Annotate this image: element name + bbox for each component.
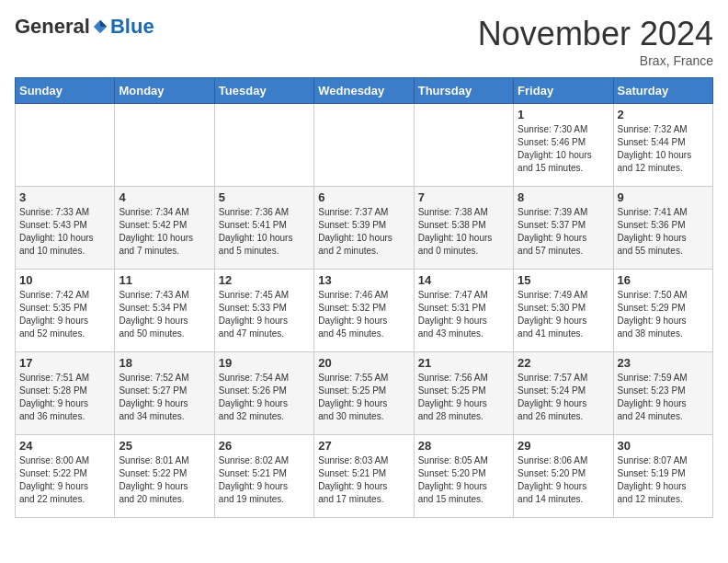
day-number: 16 <box>618 273 709 287</box>
svg-marker-1 <box>100 20 107 27</box>
day-number: 17 <box>19 356 110 370</box>
calendar-cell: 1Sunrise: 7:30 AM Sunset: 5:46 PM Daylig… <box>514 104 613 187</box>
day-info: Sunrise: 7:55 AM Sunset: 5:25 PM Dayligh… <box>318 372 409 423</box>
day-number: 2 <box>618 108 709 121</box>
day-number: 7 <box>418 190 509 204</box>
title-section: November 2024 Brax, France <box>478 15 713 68</box>
day-info: Sunrise: 7:37 AM Sunset: 5:39 PM Dayligh… <box>318 206 409 258</box>
day-info: Sunrise: 8:05 AM Sunset: 5:20 PM Dayligh… <box>418 454 509 506</box>
week-row-0: 1Sunrise: 7:30 AM Sunset: 5:46 PM Daylig… <box>16 104 713 187</box>
logo: General Blue <box>15 15 154 39</box>
day-info: Sunrise: 7:54 AM Sunset: 5:26 PM Dayligh… <box>219 372 310 423</box>
day-info: Sunrise: 7:57 AM Sunset: 5:24 PM Dayligh… <box>518 372 609 423</box>
calendar-cell <box>414 104 513 187</box>
day-number: 19 <box>219 356 310 370</box>
calendar-cell: 10Sunrise: 7:42 AM Sunset: 5:35 PM Dayli… <box>16 270 115 352</box>
calendar-cell: 30Sunrise: 8:07 AM Sunset: 5:19 PM Dayli… <box>613 435 712 518</box>
day-info: Sunrise: 7:36 AM Sunset: 5:41 PM Dayligh… <box>219 206 310 258</box>
day-info: Sunrise: 7:32 AM Sunset: 5:44 PM Dayligh… <box>618 123 709 175</box>
calendar-cell: 14Sunrise: 7:47 AM Sunset: 5:31 PM Dayli… <box>414 270 513 352</box>
calendar-cell: 13Sunrise: 7:46 AM Sunset: 5:32 PM Dayli… <box>314 270 414 352</box>
week-row-3: 17Sunrise: 7:51 AM Sunset: 5:28 PM Dayli… <box>16 352 713 435</box>
calendar-cell: 24Sunrise: 8:00 AM Sunset: 5:22 PM Dayli… <box>16 435 115 518</box>
calendar-cell: 26Sunrise: 8:02 AM Sunset: 5:21 PM Dayli… <box>214 435 313 518</box>
day-info: Sunrise: 7:47 AM Sunset: 5:31 PM Dayligh… <box>418 289 509 340</box>
calendar-cell: 22Sunrise: 7:57 AM Sunset: 5:24 PM Dayli… <box>514 352 613 435</box>
header-monday: Monday <box>115 78 214 104</box>
week-row-2: 10Sunrise: 7:42 AM Sunset: 5:35 PM Dayli… <box>16 270 713 352</box>
calendar-cell <box>115 104 214 187</box>
day-number: 5 <box>219 190 310 204</box>
day-number: 9 <box>618 190 709 204</box>
day-number: 28 <box>418 439 509 453</box>
calendar-cell: 21Sunrise: 7:56 AM Sunset: 5:25 PM Dayli… <box>414 352 513 435</box>
day-number: 29 <box>518 439 609 453</box>
day-info: Sunrise: 7:50 AM Sunset: 5:29 PM Dayligh… <box>618 289 709 340</box>
logo-blue: Blue <box>110 15 154 39</box>
calendar-cell: 15Sunrise: 7:49 AM Sunset: 5:30 PM Dayli… <box>514 270 613 352</box>
week-row-1: 3Sunrise: 7:33 AM Sunset: 5:43 PM Daylig… <box>16 187 713 270</box>
calendar-cell: 11Sunrise: 7:43 AM Sunset: 5:34 PM Dayli… <box>115 270 214 352</box>
calendar-cell: 6Sunrise: 7:37 AM Sunset: 5:39 PM Daylig… <box>314 187 414 270</box>
header-friday: Friday <box>514 78 613 104</box>
day-number: 8 <box>518 190 609 204</box>
header-sunday: Sunday <box>16 78 115 104</box>
day-info: Sunrise: 7:59 AM Sunset: 5:23 PM Dayligh… <box>618 372 709 423</box>
day-number: 26 <box>219 439 310 453</box>
calendar-cell: 19Sunrise: 7:54 AM Sunset: 5:26 PM Dayli… <box>214 352 313 435</box>
calendar-cell: 9Sunrise: 7:41 AM Sunset: 5:36 PM Daylig… <box>613 187 712 270</box>
calendar-cell: 12Sunrise: 7:45 AM Sunset: 5:33 PM Dayli… <box>214 270 313 352</box>
month-title: November 2024 <box>478 15 713 53</box>
day-number: 25 <box>119 439 210 453</box>
calendar-cell: 5Sunrise: 7:36 AM Sunset: 5:41 PM Daylig… <box>214 187 313 270</box>
location: Brax, France <box>478 53 713 68</box>
calendar-cell: 4Sunrise: 7:34 AM Sunset: 5:42 PM Daylig… <box>115 187 214 270</box>
calendar-cell: 23Sunrise: 7:59 AM Sunset: 5:23 PM Dayli… <box>613 352 712 435</box>
day-info: Sunrise: 7:30 AM Sunset: 5:46 PM Dayligh… <box>518 123 609 175</box>
day-info: Sunrise: 7:52 AM Sunset: 5:27 PM Dayligh… <box>119 372 210 423</box>
day-number: 21 <box>418 356 509 370</box>
day-info: Sunrise: 8:02 AM Sunset: 5:21 PM Dayligh… <box>219 454 310 506</box>
header-tuesday: Tuesday <box>214 78 313 104</box>
day-info: Sunrise: 7:56 AM Sunset: 5:25 PM Dayligh… <box>418 372 509 423</box>
header-thursday: Thursday <box>414 78 513 104</box>
day-number: 30 <box>618 439 709 453</box>
calendar-cell: 28Sunrise: 8:05 AM Sunset: 5:20 PM Dayli… <box>414 435 513 518</box>
calendar-cell: 17Sunrise: 7:51 AM Sunset: 5:28 PM Dayli… <box>16 352 115 435</box>
day-number: 10 <box>19 273 110 287</box>
calendar-cell: 20Sunrise: 7:55 AM Sunset: 5:25 PM Dayli… <box>314 352 414 435</box>
day-info: Sunrise: 8:00 AM Sunset: 5:22 PM Dayligh… <box>19 454 110 506</box>
week-row-4: 24Sunrise: 8:00 AM Sunset: 5:22 PM Dayli… <box>16 435 713 518</box>
day-number: 4 <box>119 190 210 204</box>
day-info: Sunrise: 8:06 AM Sunset: 5:20 PM Dayligh… <box>518 454 609 506</box>
page-header: General Blue November 2024 Brax, France <box>15 15 713 68</box>
calendar-header-row: Sunday Monday Tuesday Wednesday Thursday… <box>16 78 713 104</box>
calendar-cell: 7Sunrise: 7:38 AM Sunset: 5:38 PM Daylig… <box>414 187 513 270</box>
day-number: 24 <box>19 439 110 453</box>
logo-icon <box>92 18 108 35</box>
day-info: Sunrise: 8:07 AM Sunset: 5:19 PM Dayligh… <box>618 454 709 506</box>
calendar-cell: 18Sunrise: 7:52 AM Sunset: 5:27 PM Dayli… <box>115 352 214 435</box>
calendar-cell <box>214 104 313 187</box>
day-info: Sunrise: 7:49 AM Sunset: 5:30 PM Dayligh… <box>518 289 609 340</box>
day-number: 23 <box>618 356 709 370</box>
calendar-cell: 8Sunrise: 7:39 AM Sunset: 5:37 PM Daylig… <box>514 187 613 270</box>
day-info: Sunrise: 7:34 AM Sunset: 5:42 PM Dayligh… <box>119 206 210 258</box>
day-number: 14 <box>418 273 509 287</box>
day-info: Sunrise: 7:42 AM Sunset: 5:35 PM Dayligh… <box>19 289 110 340</box>
day-info: Sunrise: 7:41 AM Sunset: 5:36 PM Dayligh… <box>618 206 709 258</box>
calendar-cell: 25Sunrise: 8:01 AM Sunset: 5:22 PM Dayli… <box>115 435 214 518</box>
day-info: Sunrise: 7:51 AM Sunset: 5:28 PM Dayligh… <box>19 372 110 423</box>
day-info: Sunrise: 8:01 AM Sunset: 5:22 PM Dayligh… <box>119 454 210 506</box>
day-number: 27 <box>318 439 409 453</box>
calendar-cell: 2Sunrise: 7:32 AM Sunset: 5:44 PM Daylig… <box>613 104 712 187</box>
day-info: Sunrise: 8:03 AM Sunset: 5:21 PM Dayligh… <box>318 454 409 506</box>
day-info: Sunrise: 7:46 AM Sunset: 5:32 PM Dayligh… <box>318 289 409 340</box>
header-wednesday: Wednesday <box>314 78 414 104</box>
logo-general: General <box>15 15 90 39</box>
day-info: Sunrise: 7:33 AM Sunset: 5:43 PM Dayligh… <box>19 206 110 258</box>
day-info: Sunrise: 7:39 AM Sunset: 5:37 PM Dayligh… <box>518 206 609 258</box>
calendar: Sunday Monday Tuesday Wednesday Thursday… <box>15 77 713 518</box>
calendar-cell: 3Sunrise: 7:33 AM Sunset: 5:43 PM Daylig… <box>16 187 115 270</box>
calendar-cell <box>314 104 414 187</box>
